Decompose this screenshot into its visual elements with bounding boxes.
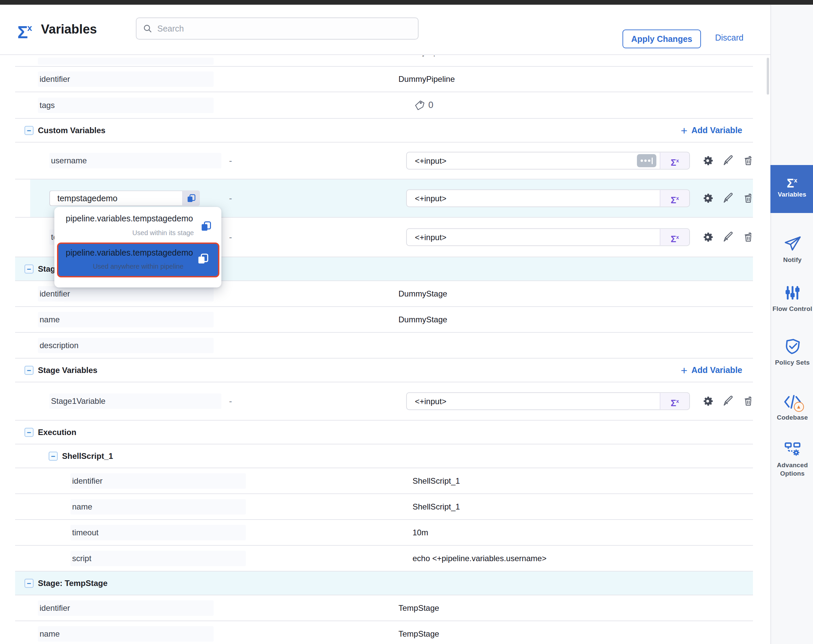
window-top-bar [0, 0, 813, 5]
settings-gear-icon[interactable] [701, 231, 714, 244]
variable-value-input[interactable]: <+input> Σx [406, 393, 690, 410]
tab-advanced-options[interactable]: Advanced Options [771, 440, 813, 478]
tags-count: 0 [428, 100, 433, 110]
field-label: name [38, 312, 214, 327]
flowchart-gear-icon [784, 440, 802, 458]
plus-icon: + [681, 365, 687, 375]
variables-table: DummyPipeline identifier DummyPipeline t… [0, 56, 770, 644]
add-variable-button[interactable]: + Add Variable [681, 365, 742, 375]
collapse-icon[interactable]: − [25, 579, 34, 588]
copy-path-button[interactable] [182, 190, 200, 206]
field-value: DummyStage [399, 315, 447, 324]
variables-sigma-logo-icon: Σx [17, 17, 36, 41]
tab-policy-sets[interactable]: Policy Sets [771, 337, 813, 366]
copy-option-scope: Used anywhere within pipeline [58, 263, 218, 270]
expression-toggle-icon[interactable]: Σx [660, 393, 689, 409]
field-value: ShellScript_1 [413, 476, 460, 486]
edit-pencil-icon[interactable] [722, 395, 734, 407]
section-title: Stage Variables [38, 366, 97, 375]
edit-pencil-icon[interactable] [722, 155, 734, 167]
search-input[interactable] [157, 24, 412, 34]
settings-gear-icon[interactable] [701, 192, 714, 205]
required-dash: - [229, 156, 232, 166]
copy-option-path[interactable]: pipeline.variables.tempstagedemo [66, 214, 193, 223]
expression-toggle-icon[interactable]: Σx [660, 153, 689, 169]
delete-trash-icon[interactable] [742, 395, 754, 407]
copy-icon [186, 193, 196, 203]
tab-codebase[interactable]: ▲ Codebase [771, 393, 813, 422]
field-value: ShellScript_1 [413, 502, 460, 512]
expression-toggle-icon[interactable]: Σx [660, 190, 689, 207]
table-row-step-name: name ShellScript_1 [15, 494, 753, 520]
field-value: 10m [413, 528, 428, 537]
paper-plane-icon [784, 235, 802, 253]
table-row-clipped: DummyPipeline [15, 56, 753, 67]
field-label: identifier [38, 600, 214, 616]
delete-trash-icon[interactable] [742, 192, 754, 204]
table-row-tempstage-identifier: identifier TempStage [15, 595, 753, 621]
table-row-tempstage-name: name TempStage [15, 621, 753, 644]
collapse-icon[interactable]: − [25, 428, 34, 437]
variable-value-input[interactable]: <+input> Σx [406, 228, 690, 246]
settings-gear-icon[interactable] [701, 154, 714, 167]
settings-gear-icon[interactable] [701, 395, 714, 408]
warning-badge-icon: ▲ [794, 402, 804, 412]
apply-changes-button[interactable]: Apply Changes [623, 29, 701, 48]
field-label: timeout [71, 525, 246, 540]
collapse-icon[interactable]: − [49, 451, 58, 460]
table-row-stage-description: description [15, 333, 753, 359]
add-variable-button[interactable]: + Add Variable [681, 126, 742, 135]
tag-icon [414, 100, 425, 111]
clipped-value: DummyPipeline [399, 56, 539, 60]
page-title: Variables [41, 18, 97, 40]
variable-value-input[interactable]: <+input> Σx [406, 152, 690, 170]
tab-flow-control[interactable]: Flow Control [771, 284, 813, 313]
variable-value-input[interactable]: <+input> Σx [406, 190, 690, 207]
copy-path-popover: pipeline.variables.tempstagedemo Used wi… [54, 207, 221, 287]
edit-pencil-icon[interactable] [722, 192, 734, 204]
table-row-pipeline-tags: tags 0 [15, 92, 753, 119]
collapse-icon[interactable]: − [25, 366, 34, 375]
field-label: name [38, 626, 214, 642]
step-title: ShellScript_1 [62, 451, 113, 461]
field-value: DummyPipeline [399, 74, 455, 84]
runtime-input-options-icon[interactable] [637, 154, 657, 167]
field-value: TempStage [399, 629, 439, 639]
delete-trash-icon[interactable] [742, 231, 754, 243]
copy-option-path: pipeline.variables.tempstagedemo [66, 248, 193, 258]
scrollbar-thumb[interactable] [767, 58, 769, 95]
section-custom-variables: − Custom Variables + Add Variable [15, 119, 753, 143]
table-row-step-timeout: timeout 10m [15, 520, 753, 546]
variable-name: Stage1Variable [49, 393, 221, 409]
field-label: tags [38, 98, 214, 113]
copy-icon[interactable] [200, 220, 212, 234]
field-value: TempStage [399, 603, 439, 613]
delete-trash-icon[interactable] [742, 155, 754, 167]
expression-toggle-icon[interactable]: Σx [660, 229, 689, 245]
table-row-step-script: script echo <+pipeline.variables.usernam… [15, 546, 753, 572]
collapse-icon[interactable]: − [25, 264, 34, 273]
search-box[interactable] [136, 17, 419, 40]
edit-pencil-icon[interactable] [722, 231, 734, 243]
collapse-icon[interactable]: − [25, 126, 34, 135]
section-stage-tempstage: − Stage: TempStage [15, 572, 753, 595]
variable-name: username [49, 153, 221, 169]
discard-button[interactable]: Discard [715, 33, 744, 43]
field-label: name [71, 499, 246, 515]
tab-variables[interactable]: Σx Variables [770, 165, 813, 213]
variable-name-editor[interactable] [49, 190, 200, 206]
tab-notify[interactable]: Notify [771, 235, 813, 264]
field-label: description [38, 338, 214, 353]
variable-name-input[interactable] [49, 190, 182, 206]
pipeline-tools-rail: Σx Variables Notify Flow Control Policy … [770, 5, 813, 644]
plus-icon: + [681, 126, 687, 135]
variable-row-username: username - <+input> Σx [15, 143, 753, 179]
copy-option-scope: Used within its stage [132, 229, 194, 237]
field-value: DummyStage [399, 289, 447, 299]
copy-option-selected[interactable]: pipeline.variables.tempstagedemo Used an… [57, 242, 219, 278]
section-execution: − Execution [15, 421, 753, 445]
section-stage-variables: − Stage Variables + Add Variable [15, 359, 753, 382]
required-dash: - [229, 396, 232, 406]
copy-icon[interactable] [196, 253, 209, 267]
shield-check-icon [784, 337, 802, 356]
